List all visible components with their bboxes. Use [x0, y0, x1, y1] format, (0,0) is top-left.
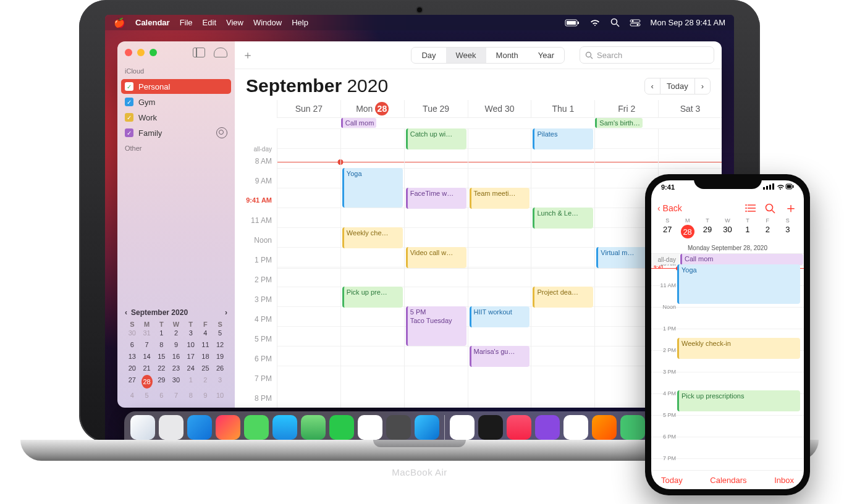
- wifi-icon[interactable]: [589, 19, 601, 27]
- menubar-clock[interactable]: Mon Sep 28 9:41 AM: [651, 18, 725, 27]
- inbox-icon[interactable]: [214, 48, 227, 57]
- seg-month[interactable]: Month: [486, 48, 528, 63]
- event[interactable]: Marisa's gu…: [470, 346, 530, 367]
- add-event-button[interactable]: ＋: [242, 48, 253, 62]
- dock-app-5[interactable]: [272, 415, 297, 440]
- day-header[interactable]: Tue 29: [404, 100, 468, 118]
- menu-edit[interactable]: Edit: [203, 18, 216, 27]
- event[interactable]: Project dea…: [533, 287, 593, 308]
- event-call-mom[interactable]: Call mom: [680, 254, 803, 265]
- dock-app-9[interactable]: [386, 415, 411, 440]
- svg-line-25: [772, 210, 775, 213]
- dock-app-6[interactable]: [301, 415, 326, 440]
- tab-today[interactable]: Today: [661, 476, 683, 485]
- svg-rect-7: [630, 23, 640, 26]
- allday-event[interactable]: Call mom: [341, 118, 376, 128]
- event[interactable]: Video call w…: [406, 247, 466, 268]
- spotlight-icon[interactable]: [610, 18, 620, 27]
- dock-app-17[interactable]: [620, 415, 645, 440]
- control-center-icon[interactable]: [630, 19, 641, 27]
- dock-app-16[interactable]: [592, 415, 617, 440]
- svg-point-9: [586, 52, 591, 57]
- mini-prev[interactable]: ‹: [125, 308, 127, 317]
- dock-app-4[interactable]: [244, 415, 269, 440]
- shared-icon: [216, 127, 227, 138]
- day-header[interactable]: Thu 1: [531, 100, 594, 118]
- day-header[interactable]: Wed 30: [468, 100, 531, 118]
- svg-point-24: [766, 204, 773, 211]
- svg-point-21: [745, 204, 746, 206]
- iphone-week-strip[interactable]: SMTWTFS 27282930123: [651, 217, 804, 238]
- battery-icon[interactable]: [565, 19, 580, 27]
- event[interactable]: HIIT workout: [470, 306, 530, 327]
- next-week[interactable]: ›: [694, 78, 710, 94]
- seg-day[interactable]: Day: [411, 48, 445, 63]
- svg-rect-16: [787, 185, 791, 188]
- webcam: [417, 7, 422, 12]
- day-header[interactable]: Fri 2: [594, 100, 658, 118]
- mini-next[interactable]: ›: [225, 308, 227, 317]
- app-name[interactable]: Calendar: [135, 18, 170, 27]
- allday-event[interactable]: Sam's birth…: [595, 118, 643, 128]
- day-header[interactable]: Sun 27: [277, 100, 340, 118]
- dock-app-13[interactable]: [507, 415, 531, 440]
- menu-file[interactable]: File: [180, 18, 193, 27]
- event[interactable]: 5 PM Taco Tuesday: [406, 306, 466, 346]
- dock-app-8[interactable]: [358, 415, 382, 440]
- dock-app-10[interactable]: [415, 415, 439, 440]
- event[interactable]: FaceTime w…: [406, 188, 466, 209]
- dock-app-0[interactable]: [130, 415, 155, 440]
- today-button[interactable]: Today: [660, 78, 694, 94]
- prev-week[interactable]: ‹: [645, 78, 660, 94]
- dock-app-7[interactable]: [329, 415, 354, 440]
- window-minimize[interactable]: [137, 49, 145, 56]
- day-header[interactable]: Mon 28: [340, 100, 404, 118]
- dock-app-1[interactable]: [159, 415, 184, 440]
- calendar-work[interactable]: Work: [121, 110, 231, 125]
- event[interactable]: Pilates: [533, 128, 593, 149]
- event[interactable]: Team meeti…: [470, 188, 530, 209]
- toggle-sidebar-icon[interactable]: [193, 48, 205, 57]
- seg-year[interactable]: Year: [528, 48, 564, 63]
- iphone-schedule[interactable]: 10 AM11 AMNoon1 PM2 PM3 PM4 PM5 PM6 PM7 …: [651, 264, 804, 471]
- back-button[interactable]: ‹ Back: [657, 203, 682, 213]
- svg-rect-14: [772, 183, 774, 190]
- iphone-event[interactable]: Weekly check-in: [677, 338, 800, 359]
- event[interactable]: Lunch & Le…: [533, 208, 593, 229]
- calendar-personal[interactable]: Personal: [121, 79, 231, 94]
- dock-app-3[interactable]: [216, 415, 240, 440]
- mini-calendar: ‹ September 2020 › SMTWTFS 3031123456789…: [117, 303, 235, 408]
- event[interactable]: Catch up wi…: [406, 128, 466, 149]
- calendar-gym[interactable]: Gym: [121, 94, 231, 109]
- event[interactable]: Pick up pre…: [342, 287, 403, 308]
- calendar-family[interactable]: Family: [121, 125, 231, 140]
- menu-window[interactable]: Window: [253, 18, 282, 27]
- menu-help[interactable]: Help: [292, 18, 308, 27]
- svg-rect-13: [769, 185, 771, 190]
- seg-week[interactable]: Week: [446, 48, 486, 63]
- menu-view[interactable]: View: [226, 18, 243, 27]
- tab-calendars[interactable]: Calendars: [710, 476, 746, 485]
- dock-app-11[interactable]: [450, 415, 475, 440]
- iphone-event[interactable]: Yoga: [677, 264, 800, 304]
- dock-app-12[interactable]: [478, 415, 503, 440]
- dock-app-15[interactable]: [563, 415, 588, 440]
- search-icon[interactable]: [765, 203, 775, 214]
- search-field[interactable]: Search: [580, 46, 714, 64]
- event[interactable]: Yoga: [342, 168, 403, 208]
- day-header[interactable]: Sat 3: [658, 100, 722, 118]
- window-zoom[interactable]: [150, 49, 157, 56]
- window-close[interactable]: [125, 49, 132, 56]
- iphone-event[interactable]: Pick up prescriptions: [677, 390, 800, 411]
- tab-inbox[interactable]: Inbox: [774, 476, 794, 485]
- calendar-window: iCloud PersonalGymWorkFamily Other ‹ Sep…: [117, 41, 722, 408]
- iphone-toolbar: ‹ Back ＋: [651, 199, 804, 217]
- svg-point-3: [611, 19, 617, 25]
- dock-app-14[interactable]: [535, 415, 560, 440]
- add-icon[interactable]: ＋: [784, 199, 798, 217]
- apple-menu[interactable]: 🍎: [114, 17, 125, 28]
- event[interactable]: Weekly che…: [342, 227, 403, 248]
- list-icon[interactable]: [745, 204, 756, 212]
- dock-app-2[interactable]: [187, 415, 212, 440]
- svg-rect-17: [793, 185, 794, 188]
